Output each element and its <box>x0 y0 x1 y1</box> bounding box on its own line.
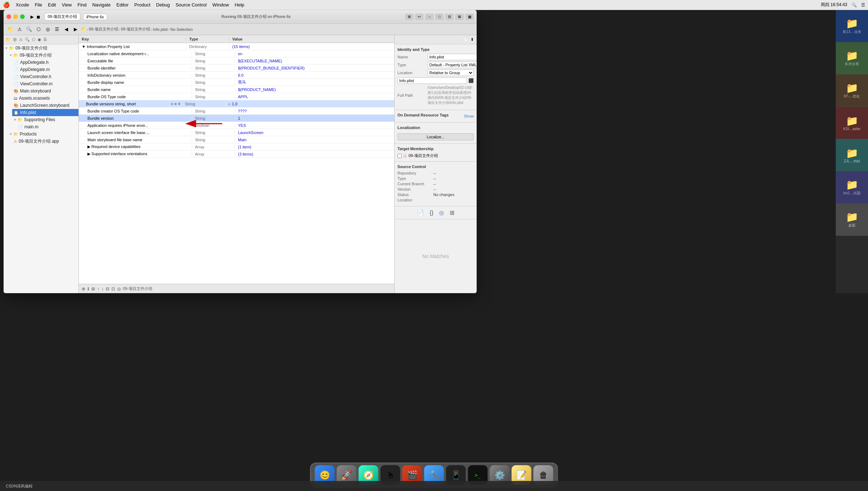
inspector-doc-icon[interactable]: 📄 <box>463 37 468 42</box>
up-icon[interactable]: ↑ <box>97 286 99 291</box>
navigator-toggle[interactable]: ⊞ <box>405 14 414 20</box>
plist-row-1[interactable]: Localization native development r... Str… <box>79 50 394 57</box>
plist-row-11[interactable]: Application requires iPhone envir... Boo… <box>79 122 394 129</box>
menu-debug[interactable]: Debug <box>156 2 170 8</box>
sidebar-search-icon[interactable]: 🔍 <box>25 37 30 42</box>
split-icon[interactable]: ⊟ <box>106 286 109 291</box>
location-select[interactable]: Relative to Group <box>428 70 474 76</box>
breadcrumb-project[interactable]: 09-项目文件介绍 <box>89 27 118 32</box>
assistant-editor[interactable]: ⊟ <box>445 14 454 20</box>
filename-input[interactable] <box>397 77 467 84</box>
add-icon[interactable]: ⊕ <box>82 286 85 291</box>
plist-row-12[interactable]: Launch screen interface file base.... St… <box>79 129 394 136</box>
sidebar-item-assets[interactable]: 🗂 Assets.xcassets <box>12 95 78 102</box>
desktop-icon-6[interactable]: 📁 ios1…试题 <box>836 171 868 204</box>
menu-editor[interactable]: Editor <box>116 2 129 8</box>
warning-icon[interactable]: ⚠ <box>16 25 24 33</box>
sidebar-item-info-plist[interactable]: 📋 Info.plist <box>12 109 78 116</box>
sidebar-item-group1[interactable]: ▼ 📁 09-项目文件介绍 <box>8 52 78 59</box>
menu-icon[interactable]: ☰ <box>861 3 865 8</box>
plist-row-9[interactable]: Bundle creator OS Type code String ???? <box>79 108 394 115</box>
utility-panel[interactable]: ▦ <box>465 14 474 20</box>
grid-icon[interactable]: ⊞ <box>91 286 95 291</box>
maximize-button[interactable] <box>20 14 25 19</box>
close-button[interactable] <box>6 14 11 19</box>
desktop-icon-7[interactable]: 📁 桌面 <box>836 204 868 236</box>
plist-row-4[interactable]: InfoDictionary version String 6.0 <box>79 72 394 79</box>
name-input[interactable] <box>428 54 477 60</box>
menu-source-control[interactable]: Source Control <box>176 2 207 8</box>
menu-window[interactable]: Window <box>213 2 229 8</box>
breadcrumb-folder[interactable]: 09-项目文件介绍 <box>121 27 150 32</box>
sidebar-item-app[interactable]: ⚠ 09-项目文件介绍.app <box>12 138 78 145</box>
search-icon2[interactable]: 🔍 <box>25 25 33 33</box>
vcs-icon[interactable]: ◎ <box>44 25 52 33</box>
sidebar-item-launchscreen[interactable]: 🎨 LaunchScreen.storyboard <box>12 102 78 109</box>
sidebar-item-viewcontroller-h[interactable]: 📄 ViewController.h <box>12 73 78 80</box>
minimize-button[interactable] <box>13 14 18 19</box>
row8-increment[interactable]: ⊕ <box>174 102 177 106</box>
sidebar-item-root[interactable]: ▼ 📁 09-项目文件介绍 <box>4 44 78 52</box>
plist-row-15[interactable]: ▶ Supported interface orientations Array… <box>79 151 394 158</box>
breakpoint-icon[interactable]: ⬡ <box>34 25 42 33</box>
plist-row-13[interactable]: Main storyboard file base name String Ma… <box>79 136 394 143</box>
desktop-icon-5[interactable]: 📁 ZJL…etail <box>836 139 868 171</box>
desktop-icon-4[interactable]: 📁 KSI…aster <box>836 107 868 139</box>
localize-button[interactable]: Localize... <box>397 133 474 140</box>
search-icon[interactable]: 🔍 <box>852 3 857 8</box>
type-select[interactable]: Default - Property List XML <box>428 62 477 68</box>
sidebar-folder-icon[interactable]: 📁 <box>6 37 11 42</box>
plist-row-0[interactable]: ▼ Information Property List Dictionary (… <box>79 43 394 50</box>
menu-view[interactable]: View <box>62 2 72 8</box>
run-button[interactable]: ▶ <box>30 14 34 19</box>
menu-find[interactable]: Find <box>77 2 86 8</box>
folder-icon[interactable]: 📁 <box>6 25 14 33</box>
breadcrumb-file[interactable]: Info.plist <box>153 27 168 32</box>
sidebar-filter-icon[interactable]: ☰ <box>43 37 47 42</box>
plist-row-8[interactable]: Bundle versions string, short ⊖ ⊕ ⚙ Stri… <box>79 100 394 108</box>
down-icon[interactable]: ↓ <box>101 286 104 291</box>
info-icon[interactable]: ℹ <box>87 286 89 291</box>
forward-button[interactable]: → <box>425 14 434 20</box>
menu-navigate[interactable]: Navigate <box>92 2 110 8</box>
next-icon[interactable]: ▶ <box>72 25 80 33</box>
sidebar-breakpoint-icon[interactable]: ⬡ <box>32 37 35 42</box>
plist-row-2[interactable]: Executable file String $(EXECUTABLE_NAME… <box>79 57 394 65</box>
location-icon[interactable]: ⊡ <box>111 286 115 291</box>
breadcrumb-1[interactable]: 📁 <box>81 27 86 32</box>
sidebar-item-appdelegate-m[interactable]: 📄 AppDelegate.m <box>12 66 78 73</box>
standard-editor[interactable]: □ <box>435 14 444 20</box>
sidebar-vcs-icon[interactable]: ⦿ <box>13 38 17 42</box>
menu-help[interactable]: Help <box>235 2 244 8</box>
filter-icon[interactable]: ☰ <box>53 25 61 33</box>
value8-decrement[interactable]: ⊖ <box>228 103 231 106</box>
menu-file[interactable]: File <box>35 2 42 8</box>
target-icon[interactable]: ◎ <box>117 286 121 291</box>
plist-row-10[interactable]: Bundle version String 1 <box>79 115 394 122</box>
menu-xcode[interactable]: Xcode <box>16 2 29 8</box>
prev-icon[interactable]: ◀ <box>62 25 70 33</box>
target-checkbox[interactable] <box>397 154 402 158</box>
inspector-share-icon[interactable]: ⬆ <box>471 37 474 42</box>
plist-row-7[interactable]: Bundle OS Type code String APPL <box>79 93 394 100</box>
plist-row-6[interactable]: Bundle name String $(PRODUCT_NAME) <box>79 86 394 93</box>
stop-button[interactable]: ◼ <box>37 14 40 19</box>
inspector-icon-code[interactable]: {} <box>430 210 434 216</box>
sidebar-item-products[interactable]: ▼ 📁 Products <box>8 130 78 138</box>
sidebar-report-icon[interactable]: ◉ <box>38 37 41 42</box>
show-button[interactable]: Show <box>464 114 474 118</box>
device-selector[interactable]: iPhone 6s <box>83 14 107 20</box>
row8-decrement[interactable]: ⊖ <box>171 102 173 106</box>
version-editor[interactable]: ⊠ <box>455 14 464 20</box>
inspector-icon-identity[interactable]: ◎ <box>439 209 444 216</box>
sidebar-item-viewcontroller-m[interactable]: 📄 ViewController.m <box>12 80 78 87</box>
sidebar-item-main-m[interactable]: 📄 main.m <box>16 123 78 130</box>
inspector-icon-grid[interactable]: ⊞ <box>450 209 454 216</box>
menu-product[interactable]: Product <box>134 2 151 8</box>
desktop-icon-3[interactable]: 📁 07-…优化 <box>836 75 868 107</box>
sidebar-warn-icon[interactable]: ⚠ <box>19 37 23 42</box>
reveal-icon[interactable]: ⬛ <box>468 78 474 83</box>
inspector-icon-doc[interactable]: 📄 <box>417 209 424 216</box>
apple-menu[interactable]: 🍎 <box>3 1 10 8</box>
sidebar-item-main-storyboard[interactable]: 🎨 Main.storyboard <box>12 87 78 95</box>
